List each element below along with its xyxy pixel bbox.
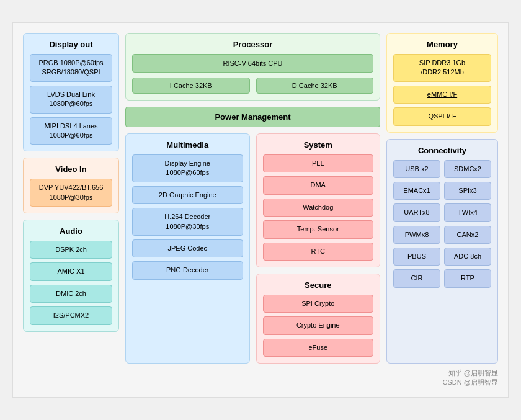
conn-item-7: CANx2 [444, 226, 491, 244]
power-mgmt: Power Management [125, 107, 380, 127]
audio-item-2: DMIC 2ch [30, 285, 112, 303]
conn-item-8: PBUS [393, 248, 440, 266]
display-out-item-0: PRGB 1080P@60fpsSRGB/18080/QSPI [30, 54, 112, 82]
video-in-item-0: DVP YUV422/BT.6561080P@30fps [30, 179, 112, 207]
multimedia-item-0: Display Engine1080P@60fps [132, 154, 243, 182]
conn-item-5: TWIx4 [444, 203, 491, 221]
system-item-2: Watchdog [263, 199, 374, 217]
connectivity-title: Connectivity [393, 146, 491, 155]
secure-item-1: Crypto Engine [263, 316, 374, 334]
display-out-item-1: LVDS Dual Link1080P@60fps [30, 86, 112, 114]
multimedia-item-2: H.264 Decoder1080P@30fps [132, 208, 243, 236]
system-item-4: RTC [263, 243, 374, 261]
memory-title: Memory [393, 40, 491, 49]
conn-item-2: EMACx1 [393, 182, 440, 200]
secure-item-0: SPI Crypto [263, 295, 374, 313]
processor-title: Processor [132, 40, 373, 49]
main-grid: Display out PRGB 1080P@60fpsSRGB/18080/Q… [23, 33, 498, 364]
processor-section: Processor RISC-V 64bits CPU I Cache 32KB… [125, 33, 380, 101]
memory-item-1: eMMC I/F [393, 86, 491, 104]
display-out-item-2: MIPI DSI 4 Lanes1080P@60fps [30, 117, 112, 145]
audio-section: Audio DSPK 2ch AMIC X1 DMIC 2ch I2S/PCMX… [23, 220, 119, 332]
conn-item-10: CIR [393, 269, 440, 287]
multimedia-item-4: PNG Decoder [132, 261, 243, 279]
video-in-section: Video In DVP YUV422/BT.6561080P@30fps [23, 158, 119, 213]
conn-item-1: SDMCx2 [444, 160, 491, 178]
audio-item-3: I2S/PCMX2 [30, 306, 112, 324]
conn-item-11: RTP [444, 269, 491, 287]
multimedia-section: Multimedia Display Engine1080P@60fps 2D … [125, 133, 250, 364]
display-out-title: Display out [30, 40, 112, 49]
left-column: Display out PRGB 1080P@60fpsSRGB/18080/Q… [23, 33, 119, 364]
secure-section: Secure SPI Crypto Crypto Engine eFuse [256, 274, 381, 364]
connectivity-section: Connectivity USB x2 SDMCx2 EMACx1 SPIx3 … [386, 139, 498, 364]
diagram: Display out PRGB 1080P@60fpsSRGB/18080/Q… [12, 22, 509, 398]
conn-item-0: USB x2 [393, 160, 440, 178]
conn-item-9: ADC 8ch [444, 248, 491, 266]
system-item-1: DMA [263, 176, 374, 194]
system-title: System [263, 140, 374, 150]
multimedia-title: Multimedia [132, 140, 243, 150]
system-item-0: PLL [263, 154, 374, 172]
secure-item-2: eFuse [263, 339, 374, 357]
memory-item-2: QSPI I/ F [393, 107, 491, 125]
system-item-3: Temp. Sensor [263, 220, 374, 238]
dcache-box: D Cache 32KB [256, 78, 374, 94]
audio-item-0: DSPK 2ch [30, 241, 112, 259]
secure-title: Secure [263, 280, 374, 290]
watermark: 知乎 @启明智显CSDN @启明智显 [23, 369, 498, 387]
cache-row: I Cache 32KB D Cache 32KB [132, 78, 373, 94]
memory-section: Memory SIP DDR3 1Gb/DDR2 512Mb eMMC I/F … [386, 33, 498, 133]
video-in-title: Video In [30, 164, 112, 174]
conn-item-6: PWMx8 [393, 226, 440, 244]
connectivity-grid: USB x2 SDMCx2 EMACx1 SPIx3 UARTx8 TWIx4 … [393, 160, 491, 288]
cpu-box: RISC-V 64bits CPU [132, 54, 373, 73]
icache-box: I Cache 32KB [132, 78, 250, 94]
middle-column: Processor RISC-V 64bits CPU I Cache 32KB… [125, 33, 380, 364]
memory-item-0: SIP DDR3 1Gb/DDR2 512Mb [393, 54, 491, 82]
audio-title: Audio [30, 226, 112, 236]
right-column: Memory SIP DDR3 1Gb/DDR2 512Mb eMMC I/F … [386, 33, 498, 364]
multimedia-item-3: JPEG Codec [132, 239, 243, 257]
system-section: System PLL DMA Watchdog Temp. Sensor RTC [256, 133, 381, 267]
conn-item-4: UARTx8 [393, 203, 440, 221]
conn-item-3: SPIx3 [444, 182, 491, 200]
audio-item-1: AMIC X1 [30, 262, 112, 280]
display-out-section: Display out PRGB 1080P@60fpsSRGB/18080/Q… [23, 33, 119, 151]
mid-bottom: Multimedia Display Engine1080P@60fps 2D … [125, 133, 380, 364]
system-secure-column: System PLL DMA Watchdog Temp. Sensor RTC… [256, 133, 381, 364]
multimedia-item-1: 2D Graphic Engine [132, 186, 243, 204]
